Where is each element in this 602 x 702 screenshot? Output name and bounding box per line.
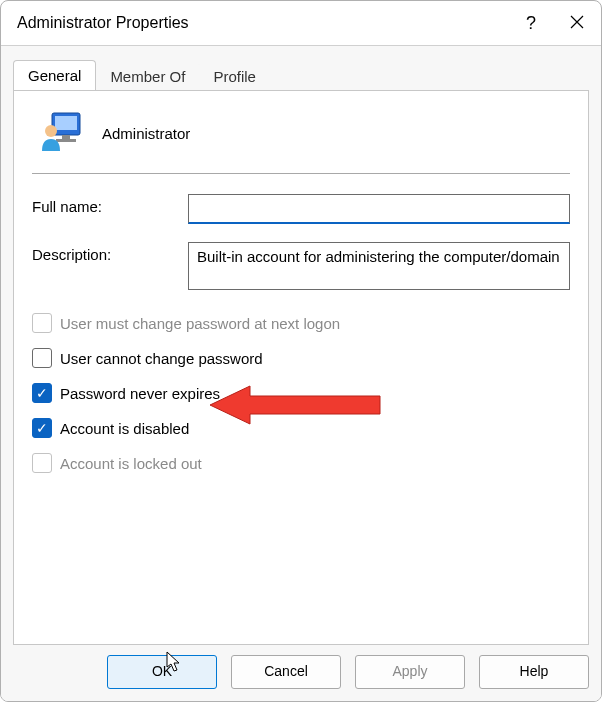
apply-button[interactable]: Apply: [355, 655, 465, 689]
label-must-change: User must change password at next logon: [60, 315, 340, 332]
tab-member-of[interactable]: Member Of: [96, 62, 199, 91]
titlebar-controls: ?: [521, 13, 587, 34]
label-disabled-account: Account is disabled: [60, 420, 189, 437]
row-description: Description: Built-in account for admini…: [32, 242, 570, 290]
close-icon[interactable]: [567, 13, 587, 34]
button-bar: OK Cancel Apply Help: [13, 645, 589, 689]
label-locked-out: Account is locked out: [60, 455, 202, 472]
tabstrip: General Member Of Profile: [13, 56, 589, 90]
input-description[interactable]: Built-in account for administering the c…: [188, 242, 570, 290]
checkbox-disabled-account[interactable]: ✓: [32, 418, 52, 438]
checkbox-must-change: [32, 313, 52, 333]
svg-point-4: [45, 125, 57, 137]
tab-general[interactable]: General: [13, 60, 96, 91]
label-never-expires: Password never expires: [60, 385, 220, 402]
checkbox-never-expires[interactable]: ✓: [32, 383, 52, 403]
tab-panel-general: Administrator Full name: Description: Bu…: [13, 90, 589, 645]
titlebar: Administrator Properties ?: [1, 1, 601, 46]
svg-rect-2: [62, 135, 70, 139]
separator: [32, 173, 570, 174]
window-title: Administrator Properties: [17, 14, 189, 32]
user-account-name: Administrator: [102, 125, 190, 142]
ok-button[interactable]: OK: [107, 655, 217, 689]
help-icon[interactable]: ?: [521, 13, 541, 34]
input-full-name[interactable]: [188, 194, 570, 224]
svg-rect-3: [56, 139, 76, 142]
checkbox-cannot-change[interactable]: [32, 348, 52, 368]
checkbox-row-locked-out: Account is locked out: [32, 453, 570, 473]
checkbox-row-cannot-change: User cannot change password: [32, 348, 570, 368]
checkbox-row-disabled-account: ✓ Account is disabled: [32, 418, 570, 438]
help-button[interactable]: Help: [479, 655, 589, 689]
checkbox-row-must-change: User must change password at next logon: [32, 313, 570, 333]
dialog-body: General Member Of Profile Administrator: [1, 46, 601, 701]
user-header: Administrator: [32, 107, 570, 173]
label-cannot-change: User cannot change password: [60, 350, 263, 367]
dialog-window: Administrator Properties ? General Membe…: [0, 0, 602, 702]
tab-profile[interactable]: Profile: [199, 62, 270, 91]
label-description: Description:: [32, 242, 188, 263]
cancel-button[interactable]: Cancel: [231, 655, 341, 689]
row-full-name: Full name:: [32, 194, 570, 224]
checkbox-locked-out: [32, 453, 52, 473]
user-icon: [38, 111, 82, 155]
checkbox-row-never-expires: ✓ Password never expires: [32, 383, 570, 403]
label-full-name: Full name:: [32, 194, 188, 215]
svg-rect-1: [55, 116, 77, 130]
